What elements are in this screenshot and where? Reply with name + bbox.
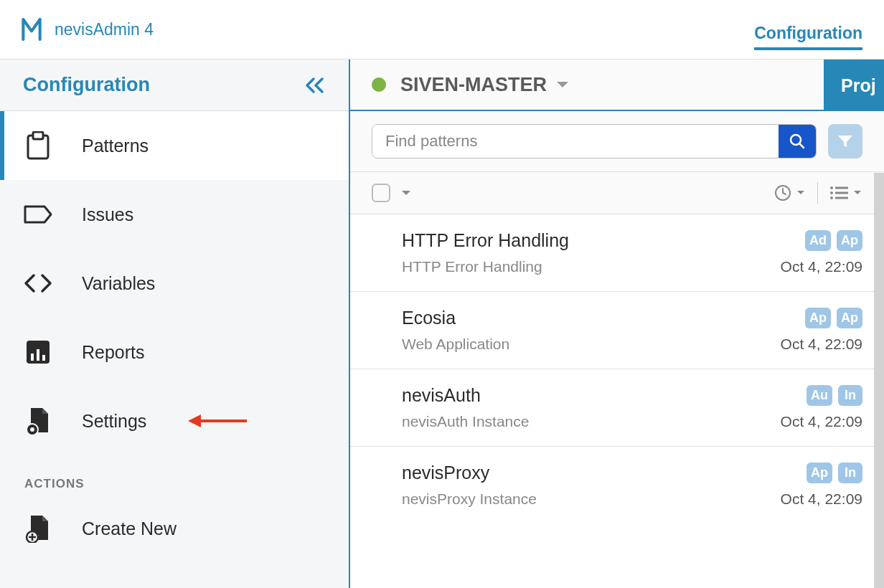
search-button[interactable]	[779, 125, 816, 158]
actions-header: ACTIONS	[0, 455, 349, 500]
badge: In	[838, 463, 862, 483]
svg-rect-1	[33, 132, 43, 139]
chevron-down-icon[interactable]	[555, 80, 570, 90]
badge: In	[838, 385, 862, 406]
svg-rect-22	[835, 192, 848, 194]
svg-rect-3	[31, 354, 34, 361]
file-plus-icon	[23, 513, 53, 544]
search-icon	[789, 133, 805, 149]
scrollbar[interactable]	[874, 173, 884, 588]
svg-line-17	[799, 143, 804, 148]
arrow-annotation-icon	[187, 412, 248, 430]
tag-icon	[23, 199, 53, 229]
item-title: HTTP Error Handling	[402, 230, 569, 251]
sidebar-action-create-new[interactable]: Create New	[0, 500, 349, 557]
select-all-checkbox[interactable]	[372, 184, 390, 202]
svg-point-7	[30, 427, 34, 432]
item-badges: Ad Ap	[805, 230, 862, 251]
chevron-double-left-icon	[304, 77, 326, 94]
item-date: Oct 4, 22:09	[781, 490, 862, 508]
list-item[interactable]: Ecosia Ap Ap Web Application Oct 4, 22:0…	[350, 292, 884, 369]
sidebar-item-settings[interactable]: Settings	[0, 387, 349, 455]
item-date: Oct 4, 22:09	[781, 413, 862, 430]
sidebar-item-variables[interactable]: Variables	[0, 249, 349, 318]
list-item[interactable]: nevisProxy Ap In nevisProxy Instance Oct…	[350, 447, 884, 523]
list-item[interactable]: nevisAuth Au In nevisAuth Instance Oct 4…	[350, 369, 884, 447]
sidebar-nav: Patterns Issues Variables Reports	[0, 111, 349, 455]
filter-button[interactable]	[828, 124, 862, 158]
sidebar-collapse-button[interactable]	[304, 77, 326, 94]
search-input[interactable]	[372, 125, 779, 158]
badge: Au	[807, 385, 832, 406]
sidebar-header: Configuration	[0, 60, 349, 111]
sidebar-item-label: Issues	[82, 204, 133, 225]
item-date: Oct 4, 22:09	[781, 336, 862, 353]
item-title: nevisAuth	[402, 385, 481, 406]
clipboard-icon	[23, 131, 53, 161]
sidebar-action-label: Create New	[82, 518, 177, 539]
content-panel: SIVEN-MASTER Proj	[350, 60, 884, 588]
item-date: Oct 4, 22:09	[781, 258, 862, 275]
item-subtitle: nevisAuth Instance	[402, 413, 529, 430]
svg-rect-5	[42, 355, 45, 361]
app-header: nevisAdmin 4 Configuration	[0, 0, 884, 59]
svg-rect-4	[37, 349, 39, 361]
sidebar-item-label: Patterns	[82, 136, 149, 156]
sidebar-item-label: Variables	[82, 273, 155, 294]
item-title: Ecosia	[402, 308, 456, 328]
project-tab[interactable]: Proj	[824, 60, 884, 111]
sort-time-button[interactable]	[774, 184, 806, 201]
item-title: nevisProxy	[402, 463, 489, 483]
badge: Ap	[805, 308, 831, 328]
app-logo-icon	[22, 16, 42, 43]
filter-icon	[837, 134, 853, 148]
svg-rect-20	[835, 187, 848, 189]
toolbar-divider	[817, 182, 818, 204]
sidebar-item-reports[interactable]: Reports	[0, 318, 349, 387]
code-icon	[23, 268, 53, 298]
pattern-list: HTTP Error Handling Ad Ap HTTP Error Han…	[350, 214, 884, 588]
sidebar-item-patterns[interactable]: Patterns	[0, 111, 349, 180]
item-subtitle: Web Application	[402, 336, 509, 353]
item-badges: Au In	[807, 385, 862, 406]
list-toolbar	[350, 172, 884, 214]
svg-point-19	[830, 186, 833, 189]
chevron-down-icon	[852, 189, 862, 196]
search-row	[350, 111, 884, 172]
search-box	[372, 124, 817, 158]
item-badges: Ap Ap	[805, 308, 862, 328]
bar-chart-icon	[23, 337, 53, 367]
badge: Ap	[837, 230, 862, 251]
chevron-down-icon	[796, 189, 806, 196]
clock-icon	[774, 184, 791, 201]
file-gear-icon	[23, 406, 53, 436]
item-subtitle: HTTP Error Handling	[402, 258, 542, 275]
select-dropdown-caret-icon[interactable]	[400, 189, 412, 197]
sidebar-title: Configuration	[23, 74, 150, 96]
item-subtitle: nevisProxy Instance	[402, 490, 537, 508]
svg-point-21	[830, 191, 833, 194]
status-dot-icon	[372, 77, 386, 92]
sidebar: Configuration Patterns Issues	[0, 60, 350, 588]
sidebar-item-issues[interactable]: Issues	[0, 180, 349, 249]
sidebar-item-label: Reports	[82, 342, 145, 363]
sidebar-item-label: Settings	[82, 411, 146, 432]
project-name[interactable]: SIVEN-MASTER	[400, 74, 547, 96]
badge: Ap	[807, 463, 832, 483]
header-tab-configuration[interactable]: Configuration	[754, 24, 862, 50]
badge: Ap	[837, 308, 862, 328]
app-title: nevisAdmin 4	[55, 20, 154, 39]
item-badges: Ap In	[807, 463, 862, 483]
main-layout: Configuration Patterns Issues	[0, 59, 884, 588]
list-item[interactable]: HTTP Error Handling Ad Ap HTTP Error Han…	[350, 214, 884, 292]
svg-rect-24	[835, 197, 848, 199]
list-icon	[829, 186, 848, 200]
view-options-button[interactable]	[829, 186, 862, 200]
svg-point-23	[830, 196, 833, 199]
badge: Ad	[805, 230, 831, 251]
content-header: SIVEN-MASTER	[350, 60, 884, 111]
